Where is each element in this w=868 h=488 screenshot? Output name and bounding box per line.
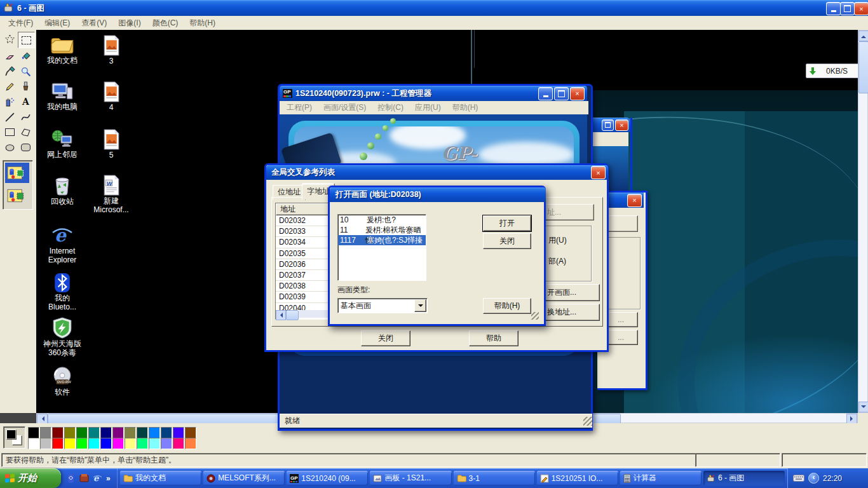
fragment3-button[interactable] [605,215,638,232]
address-scroll-thumb[interactable] [286,310,299,320]
color-swatch[interactable] [161,438,172,449]
taskbar-item-gp-project[interactable]: GP 1S210240 (09... [287,471,368,485]
menu-view[interactable]: 查看(V) [76,16,112,30]
paint-minimize-button[interactable] [826,2,841,15]
canvas-vscrollbar[interactable] [858,30,868,413]
color-swatch[interactable] [137,438,148,449]
selection-opaque-option[interactable] [5,163,29,183]
color-swatch[interactable] [125,438,136,449]
tool-select[interactable] [18,32,35,48]
fragment3-close-button[interactable]: × [627,194,642,207]
fragment3-ellipsis-button[interactable]: ... [604,312,638,327]
tool-text[interactable]: A [18,94,34,109]
taskbar-item-folder-3-1[interactable]: 3-1 [454,471,535,485]
color-swatch[interactable] [125,427,136,438]
combobox-dropdown-icon[interactable] [414,299,426,312]
taskbar-clock[interactable]: 22:20 [823,474,842,483]
tool-eraser[interactable] [2,48,18,64]
quick-launch-item-2[interactable] [79,473,89,483]
address-column-header[interactable]: 地址 [276,203,332,215]
scroll-left-icon[interactable] [276,310,286,320]
address-row[interactable]: D02032 [276,215,332,226]
keyboard-tray-icon[interactable] [793,475,804,482]
address-row[interactable]: D02037 [276,270,332,281]
taskbar-item-paint[interactable]: 6 - 画图 [703,471,785,485]
color-swatch[interactable] [112,427,124,438]
fragment3-ellipsis-button-2[interactable]: ... [604,330,638,345]
hide-tray-icons-icon[interactable]: ‹ [808,473,819,484]
scope-option-use[interactable]: 用(U) [548,235,591,246]
taskbar-item-drawing-board[interactable]: 画板 - 1S21... [370,471,451,485]
color-swatch[interactable] [185,438,196,449]
color-swatch[interactable] [88,438,100,449]
gp-resize-grip[interactable] [583,417,592,426]
scope-option-all[interactable]: 部(A) [548,256,591,267]
tool-polygon[interactable] [18,125,34,140]
taskbar-item-my-documents[interactable]: 我的文档 [120,471,201,485]
color-swatch[interactable] [173,427,184,438]
paint-close-button[interactable]: × [854,2,868,15]
taskbar-item-calculator[interactable]: 计算器 [620,471,702,485]
color-swatch[interactable] [137,427,148,438]
color-swatch[interactable] [149,438,160,449]
tool-brush[interactable] [18,79,34,94]
change-address-partial-button[interactable]: 换地址... [544,304,600,321]
tool-line[interactable] [2,109,18,125]
address-scroll-track[interactable] [299,310,332,318]
tool-magnifier[interactable] [18,64,34,79]
color-swatch[interactable] [52,427,64,438]
fragment-maximize-button[interactable] [602,119,614,131]
color-swatch[interactable] [185,427,196,438]
color-swatch[interactable] [28,427,39,438]
fragment-close-button[interactable]: × [615,119,628,131]
color-swatch[interactable] [149,427,160,438]
gp-menu-screen-settings[interactable]: 画面/设置(S) [318,100,372,115]
quick-launch-item-ie[interactable]: e [93,473,102,483]
color-swatch[interactable] [100,438,112,449]
gp-menu-application[interactable]: 应用(U) [409,100,447,115]
tool-rectangle[interactable] [2,125,18,140]
address-row[interactable]: D02039 [276,292,332,302]
quick-launch-overflow-chevron[interactable]: » [106,474,111,483]
color-swatch[interactable] [76,427,88,438]
screen-list-item-selected[interactable]: 1117塞婍(也?:SJ愅搸 [338,235,426,245]
xref-close-button[interactable]: 关闭 [361,330,410,346]
tool-rounded-rectangle[interactable] [18,140,34,155]
gp-menu-control[interactable]: 控制(C) [372,100,409,115]
scroll-left-icon[interactable] [37,414,48,424]
scroll-down-icon[interactable] [858,402,868,412]
paint-maximize-button[interactable] [840,2,855,15]
open-dialog-resize-grip[interactable] [531,312,539,320]
tool-fill[interactable] [18,48,34,64]
menu-file[interactable]: 文件(F) [3,16,39,30]
gp-menu-help[interactable]: 帮助(H) [447,100,484,115]
gp-close-button[interactable]: × [570,87,585,100]
scroll-up-icon[interactable] [858,30,868,41]
gp-menu-project[interactable]: 工程(P) [281,100,318,115]
quick-launch-item-1[interactable] [66,473,76,484]
open-button[interactable]: 打开 [483,215,531,231]
address-row[interactable]: D02034 [276,237,332,248]
tool-pencil[interactable] [2,79,18,94]
color-swatch[interactable] [100,427,112,438]
color-swatch[interactable] [40,427,51,438]
tool-free-form-select[interactable] [2,32,18,47]
start-button[interactable]: 开始 [0,468,61,488]
color-swatch[interactable] [40,438,51,449]
screen-list-item[interactable]: 10爰枂:也? [338,215,426,225]
tool-pick-color[interactable] [2,64,18,79]
tool-curve[interactable] [18,109,34,125]
color-swatch[interactable] [112,438,124,449]
address-row[interactable]: D02036 [276,259,332,270]
color-swatch[interactable] [76,438,88,449]
selection-transparent-option[interactable] [5,186,29,206]
menu-image[interactable]: 图像(I) [112,16,146,30]
tool-airbrush[interactable] [2,94,18,109]
color-swatch[interactable] [64,438,76,449]
scroll-right-icon[interactable] [846,414,857,424]
screen-list-item[interactable]: 11爰枂:棉袄堦寨晒惋 [338,225,426,235]
open-dialog-help-button[interactable]: 帮助(H) [483,298,531,314]
gp-maximize-button[interactable] [554,87,569,100]
color-swatch[interactable] [173,438,184,449]
open-screen-partial-button[interactable]: 开画面... [544,284,600,301]
